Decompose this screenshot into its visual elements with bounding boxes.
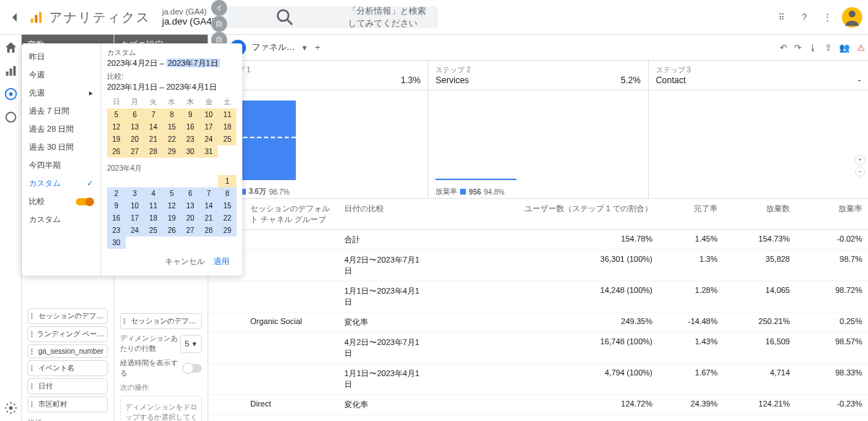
date-preset[interactable]: 今週 <box>22 66 101 84</box>
calendar-day[interactable]: 22 <box>218 212 237 224</box>
warning-icon[interactable]: ⚠ <box>857 43 865 53</box>
elapsed-toggle[interactable] <box>184 364 202 373</box>
date-preset[interactable]: 過去 7 日間 <box>22 102 101 120</box>
calendar-day[interactable]: 28 <box>144 145 163 158</box>
calendar-day[interactable]: 25 <box>144 224 163 237</box>
calendar-day[interactable]: 4 <box>144 187 163 200</box>
calendar-day[interactable]: 8 <box>163 109 182 121</box>
nav-admin-icon[interactable] <box>4 401 18 415</box>
dimension-chip[interactable]: イベント名 <box>27 360 108 376</box>
more-icon[interactable]: ⋮ <box>819 9 836 26</box>
calendar-day[interactable]: 13 <box>126 121 145 133</box>
calendar-day[interactable]: 15 <box>163 121 182 133</box>
calendar-day[interactable]: 26 <box>163 224 182 237</box>
audience-icon[interactable]: 👥 <box>839 43 850 53</box>
calendar-day[interactable]: 11 <box>144 200 163 212</box>
calendar-day[interactable]: 7 <box>200 187 218 200</box>
tab-button[interactable]: 自 <box>211 16 227 32</box>
calendar-day[interactable]: 13 <box>181 200 200 212</box>
calendar-day[interactable]: 5 <box>107 109 126 121</box>
calendar-day[interactable]: 29 <box>218 224 237 237</box>
calendar-day[interactable]: 5 <box>163 187 182 200</box>
calendar-day[interactable]: 21 <box>144 133 163 145</box>
date-preset[interactable]: 今四半期 <box>22 156 101 174</box>
calendar-day[interactable]: 11 <box>218 109 237 121</box>
calendar-day[interactable]: 28 <box>200 224 218 237</box>
nav-ads-icon[interactable] <box>4 110 18 124</box>
calendar-day[interactable]: 18 <box>218 121 237 133</box>
zoom-in-icon[interactable]: + <box>855 155 865 165</box>
calendar-day[interactable]: 16 <box>107 212 126 224</box>
calendar-day[interactable]: 26 <box>107 145 126 158</box>
calendar-day[interactable]: 23 <box>181 133 200 145</box>
calendar-day[interactable]: 20 <box>181 212 200 224</box>
calendar-day[interactable]: 9 <box>107 200 126 212</box>
date-preset[interactable]: カスタム <box>22 210 101 229</box>
nav-explore-icon[interactable] <box>4 87 18 101</box>
date-preset[interactable]: 過去 30 日間 <box>22 138 101 156</box>
zoom-out-icon[interactable]: − <box>855 166 865 177</box>
avatar[interactable] <box>842 7 862 27</box>
calendar-day[interactable]: 7 <box>144 109 163 121</box>
share-icon[interactable]: ⇪ <box>825 43 832 53</box>
help-icon[interactable]: ? <box>796 9 813 26</box>
calendar-day[interactable]: 17 <box>126 212 145 224</box>
calendar-day[interactable]: 30 <box>107 237 126 249</box>
search-input[interactable]: 「分析情報」と検索してみてください <box>221 7 438 28</box>
segment-chip[interactable]: セッションのデフ… <box>120 313 202 329</box>
calendar-day[interactable]: 3 <box>126 187 145 200</box>
cancel-button[interactable]: キャンセル <box>165 256 205 267</box>
calendar-day[interactable]: 1 <box>218 175 237 187</box>
calendar-day[interactable]: 21 <box>200 212 218 224</box>
calendar-day[interactable]: 19 <box>163 212 182 224</box>
calendar-day[interactable]: 8 <box>218 187 237 200</box>
undo-icon[interactable]: ↶ <box>780 43 787 53</box>
calendar-day[interactable]: 14 <box>200 200 218 212</box>
calendar-day[interactable]: 31 <box>200 145 218 158</box>
calendar-day[interactable]: 10 <box>200 109 218 121</box>
calendar-day[interactable]: 18 <box>144 212 163 224</box>
tab-menu-icon[interactable]: ▾ <box>302 43 307 53</box>
apply-button[interactable]: 適用 <box>213 256 229 267</box>
calendar-day[interactable]: 14 <box>144 121 163 133</box>
compare-toggle[interactable]: 比較 <box>22 192 101 210</box>
calendar-day[interactable]: 15 <box>218 200 237 212</box>
calendar-day[interactable]: 27 <box>126 145 145 158</box>
calendar-day[interactable]: 16 <box>181 121 200 133</box>
date-preset[interactable]: 先週▸ <box>22 84 101 102</box>
calendar-day[interactable]: 9 <box>181 109 200 121</box>
calendar-day[interactable]: 10 <box>126 200 145 212</box>
property-selector[interactable]: ja.dev (GA4) ja.dev (GA4) <box>162 7 215 27</box>
calendar-day[interactable]: 6 <box>181 187 200 200</box>
dimension-chip[interactable]: 日付 <box>27 378 108 394</box>
calendar-day[interactable]: 24 <box>200 133 218 145</box>
calendar-day[interactable]: 23 <box>107 224 126 237</box>
calendar-day[interactable]: 12 <box>107 121 126 133</box>
date-preset[interactable]: カスタム✓ <box>22 174 101 192</box>
dimension-chip[interactable]: セッションのデフ… <box>27 308 108 324</box>
dimension-chip[interactable]: ランディング ペー… <box>27 326 108 342</box>
rows-select[interactable]: 5▾ <box>180 335 203 353</box>
calendar-day[interactable]: 22 <box>163 133 182 145</box>
calendar-day[interactable]: 12 <box>163 200 182 212</box>
date-preset[interactable]: 過去 28 日間 <box>22 120 101 138</box>
calendar-day[interactable]: 30 <box>181 145 200 158</box>
back-icon[interactable] <box>6 9 23 26</box>
calendar-day[interactable]: 27 <box>181 224 200 237</box>
calendar-day[interactable]: 24 <box>126 224 145 237</box>
nav-reports-icon[interactable] <box>4 64 18 78</box>
add-tab-button[interactable]: + <box>310 40 326 56</box>
calendar-day[interactable]: 6 <box>126 109 145 121</box>
dimension-dropzone[interactable]: ディメンションをドロップするか選択してください <box>120 396 202 421</box>
redo-icon[interactable]: ↷ <box>794 43 801 53</box>
date-preset[interactable]: 昨日 <box>22 48 101 66</box>
calendar-day[interactable]: 25 <box>218 133 237 145</box>
dimension-chip[interactable]: 市区町村 <box>27 396 108 412</box>
calendar-day[interactable]: 2 <box>107 187 126 200</box>
calendar-day[interactable]: 20 <box>126 133 145 145</box>
calendar-day[interactable]: 19 <box>107 133 126 145</box>
apps-icon[interactable]: ⠿ <box>773 9 790 26</box>
calendar-day[interactable]: 29 <box>163 145 182 158</box>
nav-home-icon[interactable] <box>4 41 18 55</box>
tab-button[interactable]: イ <box>211 0 227 16</box>
